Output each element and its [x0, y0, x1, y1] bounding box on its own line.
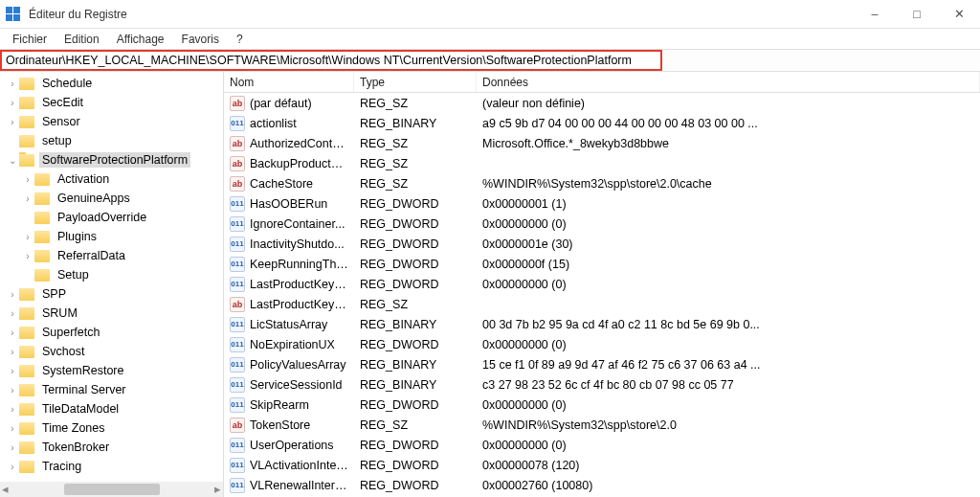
value-name: VLActivationInter...: [250, 459, 348, 472]
chevron-right-icon[interactable]: ›: [6, 308, 19, 319]
tree-item[interactable]: ›SystemRestore: [0, 361, 223, 380]
chevron-right-icon[interactable]: ›: [6, 328, 19, 338]
value-row[interactable]: 011actionlistREG_BINARYa9 c5 9b d7 04 00…: [224, 113, 980, 133]
value-row[interactable]: 011VLActivationInter...REG_DWORD0x000000…: [224, 455, 980, 475]
tree-item[interactable]: Setup: [0, 265, 223, 284]
value-type: REG_DWORD: [354, 439, 477, 452]
menu-view[interactable]: Affichage: [108, 31, 173, 48]
value-row[interactable]: 011VLRenewalIntervalREG_DWORD0x00002760 …: [224, 475, 980, 495]
string-value-icon: ab: [230, 156, 245, 171]
value-row[interactable]: abLastProductKeyPidREG_SZ: [224, 294, 980, 314]
value-name-cell: 011UserOperations: [224, 438, 354, 453]
chevron-right-icon[interactable]: ›: [21, 193, 34, 204]
chevron-right-icon[interactable]: ›: [6, 423, 19, 434]
value-row[interactable]: 011KeepRunningThr...REG_DWORD0x0000000f …: [224, 254, 980, 274]
value-row[interactable]: abBackupProductK...REG_SZ: [224, 153, 980, 173]
chevron-right-icon[interactable]: ›: [6, 79, 19, 89]
value-row[interactable]: abCacheStoreREG_SZ%WINDIR%\System32\spp\…: [224, 173, 980, 193]
tree-item[interactable]: ›Terminal Server: [0, 380, 223, 399]
folder-icon: [19, 78, 34, 90]
column-header-name[interactable]: Nom: [224, 72, 354, 92]
tree-item[interactable]: ›ReferralData: [0, 246, 223, 265]
chevron-right-icon[interactable]: ›: [6, 117, 19, 127]
tree-item[interactable]: ›SRUM: [0, 304, 223, 323]
addressbar[interactable]: Ordinateur\HKEY_LOCAL_MACHINE\SOFTWARE\M…: [0, 50, 662, 71]
column-header-data[interactable]: Données: [477, 72, 980, 92]
value-row[interactable]: 011IgnoreContainer...REG_DWORD0x00000000…: [224, 214, 980, 234]
value-type: REG_DWORD: [354, 479, 477, 492]
tree-item[interactable]: ⌄SoftwareProtectionPlatform: [0, 150, 223, 169]
value-name-cell: 011PolicyValuesArray: [224, 357, 354, 373]
maximize-button[interactable]: □: [896, 0, 938, 28]
tree-item[interactable]: ›Schedule: [0, 74, 223, 93]
tree-item[interactable]: ›TileDataModel: [0, 399, 223, 418]
value-row[interactable]: ab(par défaut)REG_SZ(valeur non définie): [224, 93, 980, 113]
value-type: REG_BINARY: [354, 318, 477, 331]
chevron-right-icon[interactable]: ›: [21, 232, 34, 242]
value-type: REG_SZ: [354, 418, 477, 432]
chevron-right-icon[interactable]: ›: [6, 98, 19, 108]
tree-item[interactable]: ›Sensor: [0, 112, 223, 131]
value-type: REG_BINARY: [354, 358, 477, 372]
tree-item[interactable]: ›Tracing: [0, 457, 223, 476]
binary-value-icon: 011: [230, 317, 245, 332]
menu-edit[interactable]: Edition: [56, 31, 108, 48]
value-row[interactable]: 011SkipRearmREG_DWORD0x00000000 (0): [224, 395, 980, 415]
tree-item-label: SystemRestore: [39, 363, 126, 378]
tree-item[interactable]: PayloadOverride: [0, 208, 223, 227]
chevron-right-icon[interactable]: ›: [6, 462, 19, 472]
tree-pane[interactable]: ›Schedule›SecEdit›Sensorsetup⌄SoftwarePr…: [0, 72, 224, 497]
tree-item[interactable]: ›Time Zones: [0, 418, 223, 438]
menu-favorites[interactable]: Favoris: [173, 31, 228, 48]
chevron-right-icon[interactable]: ›: [6, 404, 19, 415]
value-row[interactable]: 011LicStatusArrayREG_BINARY00 3d 7b b2 9…: [224, 314, 980, 334]
tree-item[interactable]: setup: [0, 131, 223, 150]
menu-help[interactable]: ?: [228, 31, 252, 48]
value-row[interactable]: 011UserOperationsREG_DWORD0x00000000 (0): [224, 435, 980, 455]
value-data: 0x00000000 (0): [477, 398, 980, 412]
tree-item[interactable]: ›Svchost: [0, 342, 223, 361]
value-row[interactable]: 011InactivityShutdo...REG_DWORD0x0000001…: [224, 234, 980, 254]
chevron-right-icon[interactable]: ›: [6, 442, 19, 453]
value-data: 0x00002760 (10080): [477, 479, 980, 492]
tree-item[interactable]: ›SPP: [0, 284, 223, 304]
binary-value-icon: 011: [230, 277, 245, 292]
value-row[interactable]: 011HasOOBERunREG_DWORD0x00000001 (1): [224, 193, 980, 214]
chevron-down-icon[interactable]: ⌄: [6, 155, 19, 166]
tree-item-label: TileDataModel: [39, 401, 122, 417]
close-button[interactable]: ✕: [938, 0, 980, 28]
string-value-icon: ab: [230, 297, 245, 312]
tree-item-label: Activation: [55, 171, 112, 187]
value-row[interactable]: 011NoExpirationUXREG_DWORD0x00000000 (0): [224, 334, 980, 354]
value-row[interactable]: 011ServiceSessionIdREG_BINARYc3 27 98 23…: [224, 374, 980, 395]
menu-file[interactable]: Fichier: [4, 31, 56, 48]
tree-scrollbar[interactable]: ◂▸: [0, 482, 223, 497]
value-name: BackupProductK...: [250, 157, 348, 170]
chevron-right-icon[interactable]: ›: [6, 385, 19, 395]
chevron-right-icon[interactable]: ›: [21, 251, 34, 261]
value-name-cell: 011NoExpirationUX: [224, 337, 354, 352]
minimize-button[interactable]: –: [854, 0, 896, 28]
list-body[interactable]: ab(par défaut)REG_SZ(valeur non définie)…: [224, 93, 980, 497]
value-row[interactable]: 011LastProductKeyEr...REG_DWORD0x0000000…: [224, 274, 980, 294]
tree-item[interactable]: ›TokenBroker: [0, 438, 223, 457]
value-name: TokenStore: [250, 418, 310, 432]
tree-item[interactable]: ›Activation: [0, 169, 223, 189]
value-row[interactable]: abAuthorizedConta...REG_SZMicrosoft.Offi…: [224, 133, 980, 153]
chevron-right-icon[interactable]: ›: [6, 347, 19, 357]
chevron-right-icon[interactable]: ›: [21, 174, 34, 185]
chevron-right-icon[interactable]: ›: [6, 289, 19, 300]
tree-item[interactable]: ›GenuineApps: [0, 189, 223, 208]
value-row[interactable]: abTokenStoreREG_SZ%WINDIR%\System32\spp\…: [224, 415, 980, 435]
tree-item[interactable]: ›SecEdit: [0, 93, 223, 112]
chevron-right-icon[interactable]: ›: [6, 366, 19, 376]
binary-value-icon: 011: [230, 438, 245, 453]
value-name: InactivityShutdo...: [250, 237, 345, 251]
tree-item[interactable]: ›Plugins: [0, 227, 223, 246]
tree-item-label: Tracing: [39, 459, 84, 474]
value-row[interactable]: 011PolicyValuesArrayREG_BINARY15 ce f1 0…: [224, 354, 980, 374]
tree-item[interactable]: ›Superfetch: [0, 323, 223, 342]
binary-value-icon: 011: [230, 337, 245, 352]
string-value-icon: ab: [230, 176, 245, 192]
column-header-type[interactable]: Type: [354, 72, 477, 92]
